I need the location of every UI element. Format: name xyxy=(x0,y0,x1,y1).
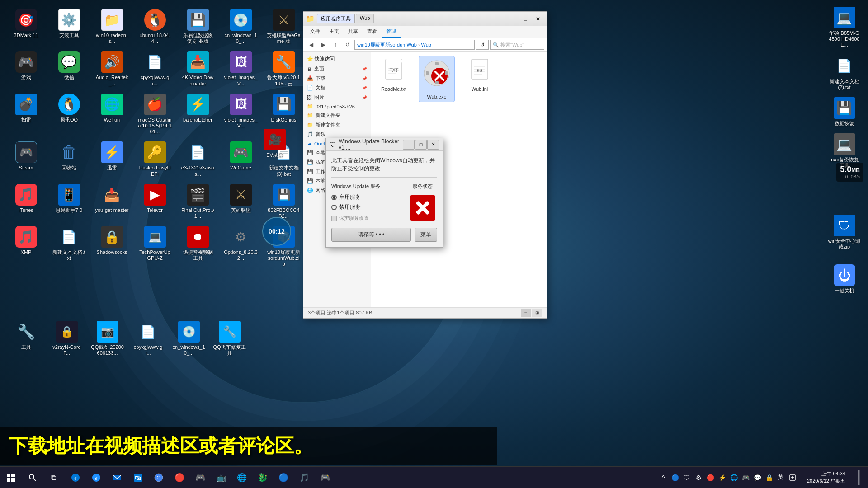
taskbar-app7-icon[interactable]: 🎵 xyxy=(294,468,314,488)
desktop-icon-steam[interactable]: 🎮 Steam xyxy=(7,139,45,179)
minimize-button[interactable]: ─ xyxy=(506,14,519,24)
taskbar-app3-icon[interactable]: 📺 xyxy=(211,468,231,488)
desktop-icon-weixin[interactable]: 💬 微信 xyxy=(50,49,88,89)
desktop-icon-xunlei[interactable]: ⚡ 迅雷 xyxy=(93,139,131,179)
desktop-icon-data-recovery[interactable]: 💾 数据恢复 xyxy=(825,95,863,129)
desktop-icon-4k-video[interactable]: 📥 4K Video Downloader xyxy=(179,49,217,89)
desktop-icon-new-txt[interactable]: 📄 新建文本文档.txt xyxy=(50,224,88,270)
back-button[interactable]: ◀ xyxy=(306,40,316,50)
start-button[interactable] xyxy=(0,467,22,488)
sidebar-item-desktop[interactable]: 🖥桌面 📌 xyxy=(303,64,371,74)
taskbar-chrome-icon[interactable] xyxy=(149,468,169,488)
desktop-icon-v2ray[interactable]: 🔒 v2rayN-CoreF... xyxy=(47,319,86,358)
tray-icon-8[interactable]: 💬 xyxy=(752,472,763,483)
sidebar-item-newfolder2[interactable]: 📁新建文件夹 xyxy=(303,120,371,130)
taskbar-app6-icon[interactable]: 🔵 xyxy=(274,468,293,488)
tray-icon-6[interactable]: 🌐 xyxy=(728,472,739,483)
radio-disable[interactable]: 禁用服务 xyxy=(331,203,404,211)
maximize-button[interactable]: □ xyxy=(519,14,532,24)
taskbar-store-icon[interactable]: 🛍 xyxy=(128,468,148,488)
desktop-icon-violet[interactable]: 🖼 violet_images_V... xyxy=(222,49,260,89)
taskbar-search-button[interactable] xyxy=(22,467,43,488)
desktop-icon-ev[interactable]: 🎥 EV录屏 xyxy=(255,127,294,160)
desktop-icon-televzr[interactable]: ▶ Televzr xyxy=(136,182,174,221)
sidebar-item-documents[interactable]: 📄文档 📌 xyxy=(303,83,371,93)
tray-icon-10[interactable]: 英 xyxy=(775,472,786,483)
wub-protect-checkbox[interactable]: 保护服务设置 xyxy=(331,215,404,221)
sidebar-item-pictures[interactable]: 🖼图片 📌 xyxy=(303,93,371,102)
desktop-icon-leyi[interactable]: 💾 乐易佳数据恢复专 业版 xyxy=(179,7,217,47)
sidebar-item-folder1[interactable]: 📁0317pred058-h26 xyxy=(303,102,371,111)
tray-icon-7[interactable]: 🎮 xyxy=(740,472,751,483)
tray-expand-icon[interactable]: ^ xyxy=(658,472,669,483)
desktop-icon-gongju[interactable]: 🔧 工具 xyxy=(7,319,45,358)
large-icons-button[interactable]: ⊞ xyxy=(532,309,542,317)
taskbar-app2-icon[interactable]: 🎮 xyxy=(190,468,210,488)
address-path[interactable]: win10屏蔽更新sordumWub › Wub xyxy=(354,40,475,50)
desktop-icon-qq-fix[interactable]: 🔧 QQ飞车修复工具 xyxy=(210,319,249,358)
taskbar-app5-icon[interactable]: 🐉 xyxy=(253,468,273,488)
tray-icon-2[interactable]: 🛡 xyxy=(681,472,692,483)
taskbar-ie-icon[interactable]: e xyxy=(86,468,106,488)
taskbar-task-view[interactable]: ⧉ xyxy=(43,468,63,488)
desktop-icon-cn-windows[interactable]: 💿 cn_windows_10_... xyxy=(222,7,260,47)
desktop-icon-xmp[interactable]: 🎵 XMP xyxy=(7,224,45,270)
wub-apply-button[interactable]: 请稍等 • • • xyxy=(331,228,411,242)
refresh-button[interactable]: ↺ xyxy=(342,40,353,50)
desktop-icon-power[interactable]: ⏻ 一键关机 xyxy=(825,262,863,296)
desktop-icon-siyi[interactable]: 📱 思易助手7.0 xyxy=(50,182,88,221)
taskbar-app8-icon[interactable]: 🎮 xyxy=(315,468,335,488)
up-button[interactable]: ↑ xyxy=(330,40,341,50)
desktop-icon-new-txt-2[interactable]: 📄 新建文本文档(2).txt xyxy=(825,53,863,93)
desktop-icon-macos[interactable]: 🍎 macOS Catalina 10.15.5(19F101... xyxy=(136,91,174,137)
search-box[interactable]: 🔍 搜索"Wub" xyxy=(490,40,544,50)
desktop-icon-802[interactable]: 💾 802FBBOCC4B2... xyxy=(264,182,303,221)
desktop-icon-ubuntu[interactable]: 🐧 ubuntu-18.04.4... xyxy=(136,7,174,47)
desktop-icon-wefun[interactable]: 🌐 WeFun xyxy=(93,91,131,137)
forward-button[interactable]: ▶ xyxy=(318,40,329,50)
desktop-icon-you-get[interactable]: 📥 you-get-master xyxy=(93,182,131,221)
desktop-icon-win10-radeon[interactable]: 📁 win10-radeon-s... xyxy=(93,7,131,47)
file-item-readme[interactable]: TXT ReadMe.txt xyxy=(376,56,412,102)
radio-enable[interactable]: 启用服务 xyxy=(331,193,404,201)
desktop-icon-options[interactable]: ⚙ Options_8.20.32... xyxy=(222,224,260,270)
refresh-addr-button[interactable]: ↺ xyxy=(476,40,489,50)
desktop-icon-install[interactable]: ⚙️ 安装工具 xyxy=(50,7,88,47)
taskbar-clock[interactable]: 上午 04:34 2020/6/12 星期五 xyxy=(802,470,850,484)
desktop-icon-asus[interactable]: 💻 华硕 B85M-G 4590 HD4600 E... xyxy=(825,5,863,51)
file-item-wubini[interactable]: INI Wub.ini xyxy=(462,56,498,102)
desktop-icon-lol2[interactable]: ⚔ 英雄联盟 xyxy=(222,182,260,221)
sidebar-item-download[interactable]: 📥下载 📌 xyxy=(303,74,371,83)
tab-view[interactable]: 查看 xyxy=(363,26,382,38)
desktop-icon-cn-windows2[interactable]: 💿 cn_windows_10_... xyxy=(170,319,208,358)
wub-menu-button[interactable]: 菜单 xyxy=(415,228,437,242)
file-item-wubexe[interactable]: Wub.exe xyxy=(419,56,455,102)
desktop-icon-techpower[interactable]: 💻 TechPowerUp GPU-Z xyxy=(136,224,174,270)
desktop-icon-youxi[interactable]: 🎮 游戏 xyxy=(7,49,45,89)
taskbar-edge-icon[interactable]: e xyxy=(66,468,85,488)
tray-icon-11[interactable] xyxy=(787,472,798,483)
desktop-icon-balena[interactable]: ⚡ balenaEtcher xyxy=(179,91,217,137)
desktop-icon-violet2[interactable]: 🖼 violet_images_V... xyxy=(222,91,260,137)
wub-tab[interactable]: Wub xyxy=(356,14,374,23)
desktop-icon-cpyxgj[interactable]: 📄 cpyxgjwww.gr... xyxy=(136,49,174,89)
wub-minimize-button[interactable]: ─ xyxy=(403,140,415,150)
taskbar-mail-icon[interactable] xyxy=(107,468,127,488)
tab-home[interactable]: 主页 xyxy=(325,26,344,38)
desktop-icon-e3[interactable]: 📄 e3-1321v3-asus... xyxy=(179,139,217,179)
desktop-icon-yingxiong[interactable]: ⚔ 英雄联盟WeGame 版 xyxy=(264,7,303,47)
taskbar-app1-icon[interactable]: 🔴 xyxy=(170,468,189,488)
desktop-icon-qq-jie[interactable]: 📷 QQ截图 20200606133... xyxy=(88,319,127,358)
tray-icon-3[interactable]: ⚙ xyxy=(693,472,704,483)
desktop-icon-dalu[interactable]: 🔧 鲁大师 v5.20.1195...云 xyxy=(264,49,303,89)
app-program-tools-tab[interactable]: 应用程序工具 xyxy=(317,14,355,23)
tab-file[interactable]: 文件 xyxy=(306,26,325,38)
desktop-icon-cpyxgj2[interactable]: 📄 cpyxgjwww.gr... xyxy=(129,319,167,358)
desktop-icon-wegame[interactable]: 🎮 WeGame xyxy=(222,139,260,179)
tray-icon-5[interactable]: ⚡ xyxy=(717,472,727,483)
desktop-icon-recycle[interactable]: 🗑 回收站 xyxy=(50,139,88,179)
tray-icon-9[interactable]: 🔒 xyxy=(764,472,774,483)
close-button[interactable]: ✕ xyxy=(532,14,544,24)
taskbar-app4-icon[interactable]: 🌐 xyxy=(232,468,252,488)
details-view-button[interactable]: ≡ xyxy=(521,309,531,317)
